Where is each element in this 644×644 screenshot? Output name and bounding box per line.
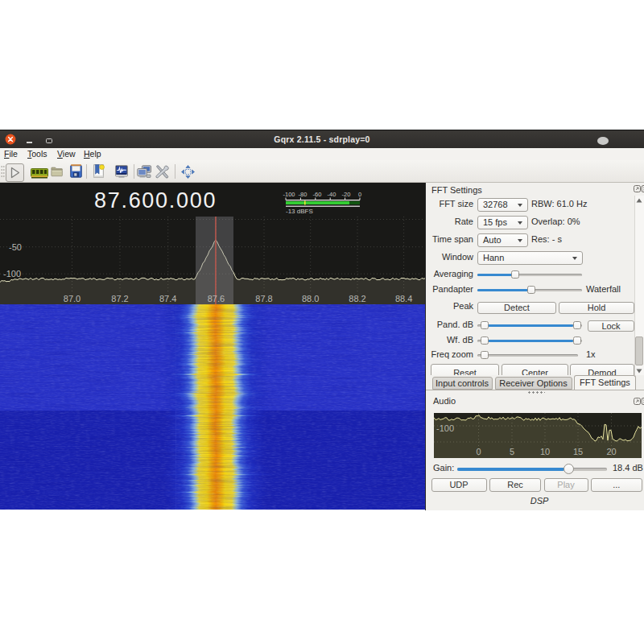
svg-text:-20: -20	[342, 191, 351, 198]
svg-text:0: 0	[358, 191, 361, 198]
svg-text:20: 20	[606, 447, 616, 456]
svg-text:-13 dBFS: -13 dBFS	[286, 208, 313, 215]
svg-text:15: 15	[573, 447, 583, 456]
svg-text:0: 0	[476, 447, 481, 456]
svg-text:-100: -100	[283, 191, 295, 198]
svg-text:87.6: 87.6	[208, 294, 225, 303]
svg-text:-50: -50	[9, 242, 22, 252]
svg-text:87.4: 87.4	[159, 294, 176, 303]
svg-text:5: 5	[510, 447, 514, 456]
svg-text:-80: -80	[299, 191, 308, 198]
svg-text:-60: -60	[313, 191, 322, 198]
svg-text:-100: -100	[436, 423, 454, 433]
svg-text:-40: -40	[328, 191, 336, 198]
svg-text:10: 10	[540, 447, 550, 456]
svg-text:87.0: 87.0	[64, 294, 80, 303]
svg-text:88.0: 88.0	[302, 294, 319, 303]
svg-text:-100: -100	[3, 269, 21, 279]
svg-text:87.8: 87.8	[255, 294, 272, 303]
svg-text:87.2: 87.2	[111, 294, 128, 303]
svg-text:88.2: 88.2	[349, 294, 365, 303]
